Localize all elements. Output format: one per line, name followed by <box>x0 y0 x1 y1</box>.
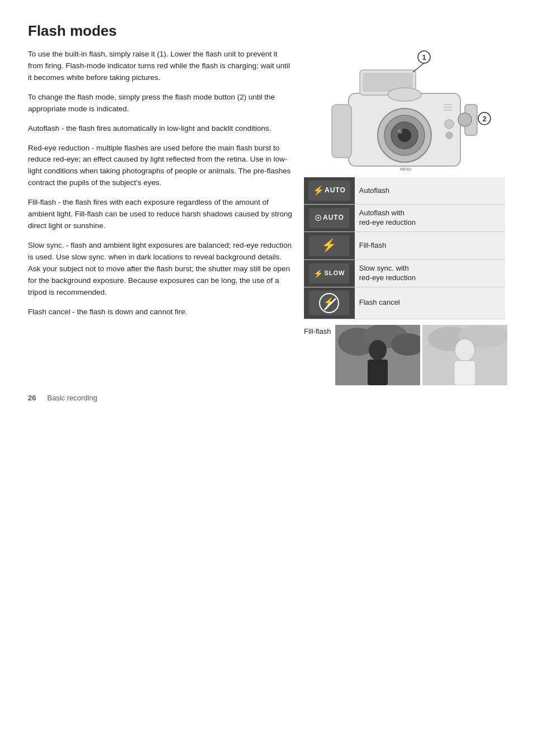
redeye-icon-text: AUTO <box>323 214 344 223</box>
photo-dark <box>335 325 420 385</box>
svg-point-6 <box>398 129 402 134</box>
paragraph-6: Slow sync. - flash and ambient light exp… <box>28 240 293 299</box>
photo-label: Fill-flash <box>304 327 331 336</box>
flash-label-slow: Slow sync. with red-eye reduction <box>355 259 505 287</box>
redeye-circle-icon: ☉ <box>315 213 322 223</box>
paragraph-1: To use the built-in flash, simply raise … <box>28 49 293 84</box>
flash-icon-redeye: ☉ AUTO <box>304 205 355 232</box>
cancel-slash-svg <box>320 294 340 314</box>
svg-text:MENU: MENU <box>400 167 412 171</box>
cancel-circle-icon: ⚡ <box>319 293 339 313</box>
autoflash-icon-box: ⚡ AUTO <box>308 181 350 201</box>
page: Flash modes To use the built-in flash, s… <box>0 0 533 419</box>
content-area: To use the built-in flash, simply raise … <box>28 49 505 385</box>
page-footer: 26 Basic recording <box>28 394 97 402</box>
svg-point-22 <box>446 132 453 139</box>
camera-illustration: 1 2 MENU <box>315 49 494 177</box>
flash-icon-autoflash: ⚡ AUTO <box>304 177 355 205</box>
flash-modes-table: ⚡ AUTO Autoflash ☉ AUTO <box>304 177 505 319</box>
flash-mode-row-autoflash: ⚡ AUTO Autoflash <box>304 177 505 205</box>
camera-svg: 1 2 MENU <box>315 49 494 177</box>
flash-label-cancel: Flash cancel <box>355 287 505 319</box>
autoflash-icon-text: AUTO <box>325 186 346 195</box>
page-number: 26 <box>28 394 36 402</box>
flash-label-redeye: Autoflash with red-eye reduction <box>355 205 505 232</box>
svg-point-21 <box>445 120 454 129</box>
photo-pair <box>335 325 507 385</box>
slow-flash-symbol: ⚡ <box>313 268 323 278</box>
svg-rect-34 <box>454 361 475 385</box>
flash-mode-row-slow: ⚡ SLOW Slow sync. with red-eye reduction <box>304 259 505 287</box>
flash-icon-cancel: ⚡ <box>304 287 355 319</box>
paragraph-3: Autoflash - the flash fires automaticall… <box>28 123 293 135</box>
flash-label-fill: Fill-flash <box>355 232 505 260</box>
autoflash-icon-symbol: ⚡ <box>313 185 325 197</box>
svg-rect-29 <box>368 360 388 385</box>
svg-text:1: 1 <box>422 53 426 62</box>
svg-point-15 <box>458 113 472 126</box>
svg-text:2: 2 <box>482 115 486 123</box>
cancel-icon-box: ⚡ <box>309 291 349 315</box>
footer-section: Basic recording <box>47 394 97 402</box>
flash-mode-row-fill: ⚡ Fill-flash <box>304 232 505 260</box>
svg-point-33 <box>455 339 475 361</box>
photo-dark-svg <box>335 325 420 385</box>
paragraph-7: Flash cancel - the flash is down and can… <box>28 306 293 318</box>
paragraph-2: To change the flash mode, simply press t… <box>28 92 293 115</box>
slow-icon-box: ⚡ SLOW <box>309 263 349 284</box>
svg-point-16 <box>388 88 421 101</box>
right-column: 1 2 MENU <box>304 49 505 385</box>
redeye-icon-box: ☉ AUTO <box>309 208 349 228</box>
photos-area: Fill-flash <box>304 325 505 385</box>
flash-icon-fill: ⚡ <box>304 232 355 260</box>
page-title: Flash modes <box>28 22 505 40</box>
left-column: To use the built-in flash, simply raise … <box>28 49 293 385</box>
flash-mode-row-cancel: ⚡ Flash cancel <box>304 287 505 319</box>
svg-point-28 <box>369 340 387 360</box>
photo-light <box>422 325 507 385</box>
paragraph-5: Fill-flash - the flash fires with each e… <box>28 197 293 232</box>
flash-label-autoflash: Autoflash <box>355 177 505 205</box>
fill-icon-box: ⚡ <box>309 235 349 256</box>
slow-icon-text: SLOW <box>324 269 345 277</box>
svg-rect-1 <box>332 105 351 158</box>
flash-mode-row-redeye: ☉ AUTO Autoflash with red-eye reduction <box>304 205 505 232</box>
svg-line-23 <box>325 299 336 310</box>
photo-light-svg <box>422 325 507 385</box>
svg-line-11 <box>413 63 424 72</box>
fill-flash-icon-symbol: ⚡ <box>321 238 337 254</box>
flash-icon-slow: ⚡ SLOW <box>304 259 355 287</box>
paragraph-4: Red-eye reduction - multiple flashes are… <box>28 143 293 190</box>
